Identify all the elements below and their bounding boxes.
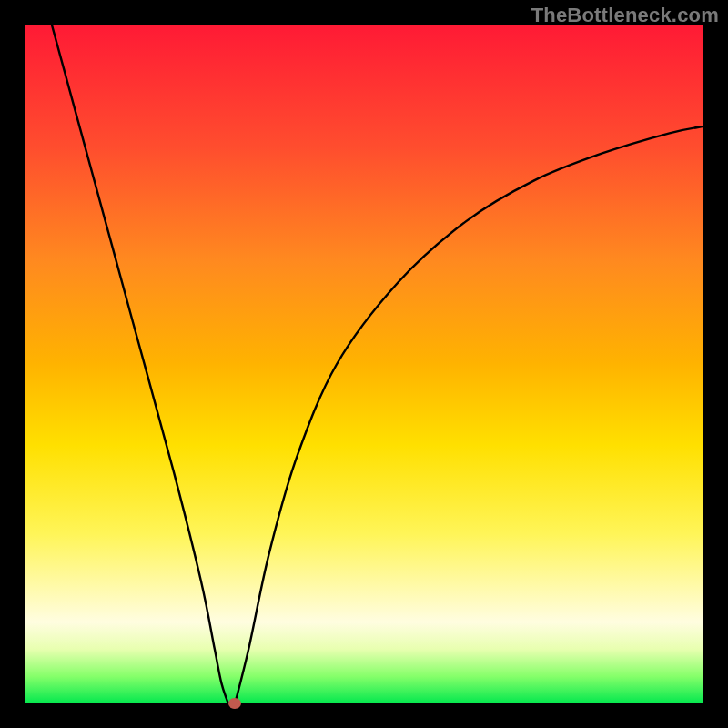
watermark-text: TheBottleneck.com	[531, 4, 719, 27]
plot-area	[25, 25, 703, 703]
optimum-marker	[228, 698, 241, 709]
chart-frame: TheBottleneck.com	[0, 0, 728, 728]
bottleneck-curve	[25, 25, 703, 703]
